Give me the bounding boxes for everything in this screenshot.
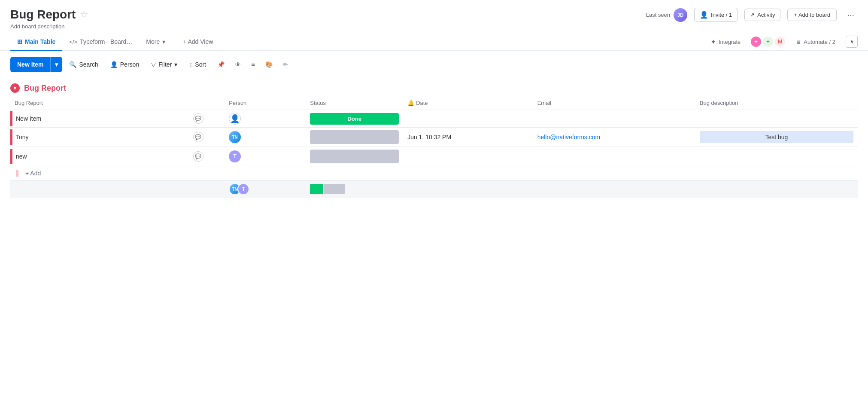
person-avatar-photo: TN — [229, 131, 241, 143]
new-item-button[interactable]: New Item ▾ — [10, 57, 62, 72]
row-name-content: New Item — [12, 111, 189, 126]
color-icon-button[interactable]: 🎨 — [261, 58, 277, 71]
activity-icon: ↗ — [750, 12, 755, 18]
row-chat-cell: 💬 — [189, 128, 225, 147]
add-row-button[interactable]: + Add — [10, 166, 858, 180]
invite-label: Invite / 1 — [711, 12, 732, 18]
search-label: Search — [79, 61, 98, 68]
invite-icon: 👤 — [700, 11, 708, 19]
summary-avatar-purple: T — [237, 183, 249, 195]
summary-person-cell: TN T — [225, 181, 306, 198]
filter-icon: ▽ — [151, 61, 156, 68]
main-table-label: Main Table — [25, 38, 55, 45]
col-header-person: Person — [225, 96, 306, 110]
row-name-content: Tony — [12, 129, 189, 145]
collapse-icon: ∧ — [850, 39, 854, 45]
new-item-dropdown-icon[interactable]: ▾ — [51, 58, 62, 71]
summary-status-cell — [306, 181, 403, 198]
header-right: Last seen JD 👤 Invite / 1 ↗ Activity + A… — [646, 8, 858, 22]
summary-status-bar — [310, 184, 399, 194]
sort-button[interactable]: ↕ Sort — [184, 58, 211, 71]
group-header: ▼ Bug Report — [10, 78, 858, 96]
last-seen-label: Last seen — [646, 12, 670, 18]
row-bugdesc-cell[interactable]: Test bug — [695, 128, 858, 147]
col-header-status: Status — [306, 96, 403, 110]
search-button[interactable]: 🔍 Search — [64, 58, 103, 71]
row-name-content: new — [12, 149, 189, 164]
row-date-cell[interactable] — [403, 110, 533, 128]
row-bugdesc-cell[interactable] — [695, 110, 858, 128]
row-status-cell[interactable] — [306, 128, 403, 147]
last-seen-avatar: JD — [674, 8, 687, 22]
tab-typeform[interactable]: </> Typeform - Board… — [62, 33, 139, 50]
row-height-icon-button[interactable]: ≡ — [247, 58, 259, 71]
chat-icon-button[interactable]: 💬 — [193, 132, 203, 142]
row-bugdesc-cell[interactable] — [695, 147, 858, 166]
table-row: New Item 💬 👤 Done — [10, 110, 858, 128]
add-row-cell: + Add — [10, 166, 858, 181]
integration-icons: ✦ ✦ M — [751, 37, 785, 47]
date-value: Jun 1, 10:32 PM — [407, 134, 451, 141]
search-icon: 🔍 — [69, 61, 76, 68]
add-view-button[interactable]: + Add View — [176, 33, 220, 50]
row-email-cell[interactable]: hello@nativeforms.com — [533, 128, 695, 147]
filter-button[interactable]: ▽ Filter ▾ — [146, 58, 182, 71]
add-row-indicator — [16, 170, 18, 177]
chat-icon-button[interactable]: 💬 — [193, 113, 203, 124]
row-person-cell[interactable]: T — [225, 147, 306, 166]
bell-icon: 🔔 — [407, 100, 414, 106]
integration-gmail-icon: M — [775, 37, 785, 47]
sort-label: Sort — [195, 61, 206, 68]
person-button[interactable]: 👤 Person — [105, 58, 144, 71]
tabs-bar: ⊞ Main Table </> Typeform - Board… More … — [0, 33, 868, 51]
automate-icon: 🖥 — [795, 39, 801, 45]
row-name-cell: Tony — [10, 128, 189, 147]
automate-button[interactable]: 🖥 Automate / 2 — [790, 36, 841, 48]
header-title: Bug Report ☆ — [10, 8, 88, 21]
email-link[interactable]: hello@nativeforms.com — [537, 134, 601, 141]
integrate-label: Integrate — [719, 39, 741, 45]
more-options-button[interactable]: ··· — [844, 8, 858, 21]
chevron-down-icon: ▾ — [162, 38, 165, 45]
row-person-cell[interactable]: TN — [225, 128, 306, 147]
group-title: Bug Report — [24, 84, 66, 93]
row-date-cell[interactable] — [403, 147, 533, 166]
typeform-label: Typeform - Board… — [80, 38, 132, 45]
integrate-button[interactable]: ✦ Integrate — [705, 35, 746, 49]
collapse-button[interactable]: ∧ — [846, 36, 858, 48]
row-email-cell[interactable] — [533, 147, 695, 166]
pin-icon-button[interactable]: 📌 — [213, 58, 229, 71]
sort-icon: ↕ — [189, 61, 192, 68]
add-row[interactable]: + Add — [10, 166, 858, 181]
integration-circles-icon: ✦ — [751, 37, 761, 47]
invite-button[interactable]: 👤 Invite / 1 — [694, 8, 737, 22]
star-icon[interactable]: ☆ — [80, 9, 88, 20]
table-row: Tony 💬 TN Jun 1, 10:32 PM hello@na — [10, 128, 858, 147]
row-status-cell[interactable] — [306, 147, 403, 166]
row-person-cell[interactable]: 👤 — [225, 110, 306, 128]
chat-icon-button[interactable]: 💬 — [193, 151, 203, 162]
board-description[interactable]: Add board description — [10, 23, 88, 30]
edit-icon-button[interactable]: ✏ — [279, 58, 292, 71]
person-avatar-empty: 👤 — [229, 113, 241, 125]
add-to-board-button[interactable]: + Add to board — [787, 9, 837, 21]
add-label[interactable]: + Add — [22, 170, 41, 177]
group-toggle-button[interactable]: ▼ — [10, 83, 20, 93]
activity-button[interactable]: ↗ Activity — [744, 9, 780, 21]
summary-chat-cell — [189, 181, 225, 198]
tab-main-table[interactable]: ⊞ Main Table — [10, 33, 62, 50]
last-seen: Last seen JD — [646, 8, 687, 22]
summary-row: TN T — [10, 181, 858, 198]
col-header-date: 🔔 Date — [403, 96, 533, 110]
row-email-cell[interactable] — [533, 110, 695, 128]
row-date-cell[interactable]: Jun 1, 10:32 PM — [403, 128, 533, 147]
summary-date-cell — [403, 181, 533, 198]
automate-label: Automate / 2 — [804, 39, 835, 45]
header-left: Bug Report ☆ Add board description — [10, 8, 88, 30]
tab-more[interactable]: More ▾ — [139, 33, 172, 50]
hide-icon-button[interactable]: 👁 — [231, 58, 245, 71]
col-header-email: Email — [533, 96, 695, 110]
row-status-cell[interactable]: Done — [306, 110, 403, 128]
row-chat-cell: 💬 — [189, 110, 225, 128]
tab-divider — [174, 37, 174, 47]
